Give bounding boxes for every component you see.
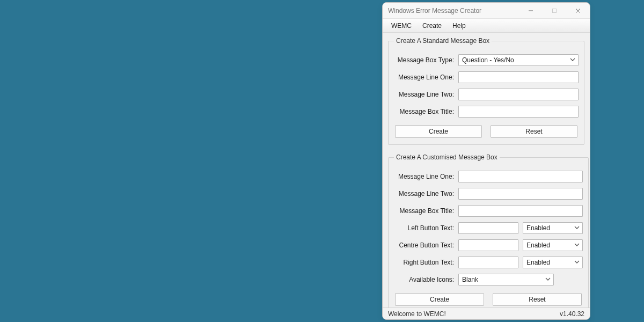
custom-right-state-combo[interactable]: Enabled bbox=[523, 257, 583, 268]
standard-legend: Create A Standard Message Box bbox=[394, 37, 492, 45]
menu-wemc[interactable]: WEMC bbox=[386, 20, 417, 31]
status-welcome: Welcome to WEMC! bbox=[388, 310, 446, 318]
custom-centre-row: Centre Button Text: Enabled bbox=[394, 239, 583, 251]
maximize-icon bbox=[552, 8, 557, 13]
menu-help[interactable]: Help bbox=[447, 20, 471, 31]
custom-centre-label: Centre Button Text: bbox=[394, 241, 458, 249]
custom-centre-state-combo[interactable]: Enabled bbox=[523, 239, 583, 251]
status-version: v1.40.32 bbox=[560, 310, 584, 318]
custom-legend: Create A Customised Message Box bbox=[394, 153, 500, 161]
standard-reset-button[interactable]: Reset bbox=[491, 125, 577, 138]
custom-icons-value: Blank bbox=[462, 276, 478, 283]
chevron-down-icon bbox=[545, 276, 551, 283]
titlebar: Windows Error Message Creator bbox=[383, 3, 590, 19]
custom-line1-input[interactable] bbox=[458, 171, 583, 182]
custom-left-input[interactable] bbox=[458, 222, 518, 234]
menubar: WEMC Create Help bbox=[383, 19, 590, 33]
standard-line2-row: Message Line Two: bbox=[394, 89, 579, 100]
standard-title-input[interactable] bbox=[458, 106, 579, 118]
custom-reset-button[interactable]: Reset bbox=[493, 293, 582, 306]
minimize-icon bbox=[528, 8, 533, 13]
custom-icons-label: Available Icons: bbox=[394, 276, 458, 283]
app-window: Windows Error Message Creator WEMC Creat… bbox=[382, 2, 590, 320]
standard-title-label: Message Box Title: bbox=[394, 108, 458, 115]
svg-rect-1 bbox=[553, 9, 557, 12]
custom-create-button[interactable]: Create bbox=[395, 293, 484, 306]
custom-title-input[interactable] bbox=[458, 205, 583, 217]
custom-icons-row: Available Icons: Blank bbox=[394, 274, 583, 286]
custom-title-row: Message Box Title: bbox=[394, 205, 583, 217]
custom-right-row: Right Button Text: Enabled bbox=[394, 257, 583, 268]
custom-right-state-value: Enabled bbox=[526, 259, 550, 266]
standard-line2-label: Message Line Two: bbox=[394, 91, 458, 98]
custom-group: Create A Customised Message Box Message … bbox=[388, 153, 589, 308]
chevron-down-icon bbox=[570, 56, 575, 64]
chevron-down-icon bbox=[574, 259, 580, 266]
custom-centre-input[interactable] bbox=[458, 239, 518, 251]
standard-line1-label: Message Line One: bbox=[394, 74, 458, 81]
standard-type-combo[interactable]: Question - Yes/No bbox=[458, 54, 579, 66]
custom-button-row: Create Reset bbox=[394, 293, 583, 306]
close-button[interactable] bbox=[566, 3, 590, 19]
standard-title-row: Message Box Title: bbox=[394, 106, 579, 118]
standard-type-value: Question - Yes/No bbox=[462, 56, 514, 64]
custom-line2-row: Message Line Two: bbox=[394, 188, 583, 200]
custom-centre-state-value: Enabled bbox=[526, 241, 550, 249]
custom-right-input[interactable] bbox=[458, 257, 518, 268]
menu-create[interactable]: Create bbox=[417, 20, 447, 31]
chevron-down-icon bbox=[574, 224, 580, 232]
window-title: Windows Error Message Creator bbox=[388, 7, 519, 14]
custom-right-label: Right Button Text: bbox=[394, 259, 458, 266]
standard-line1-input[interactable] bbox=[458, 71, 579, 83]
standard-line2-input[interactable] bbox=[458, 89, 579, 100]
maximize-button bbox=[543, 3, 566, 19]
standard-group: Create A Standard Message Box Message Bo… bbox=[388, 37, 584, 145]
chevron-down-icon bbox=[574, 241, 580, 249]
standard-type-row: Message Box Type: Question - Yes/No bbox=[394, 54, 579, 66]
custom-line2-label: Message Line Two: bbox=[394, 190, 458, 197]
custom-line2-input[interactable] bbox=[458, 188, 583, 200]
standard-button-row: Create Reset bbox=[394, 125, 579, 138]
custom-line1-label: Message Line One: bbox=[394, 173, 458, 180]
close-icon bbox=[575, 8, 581, 13]
standard-create-button[interactable]: Create bbox=[395, 125, 482, 138]
statusbar: Welcome to WEMC! v1.40.32 bbox=[383, 308, 590, 319]
custom-left-row: Left Button Text: Enabled bbox=[394, 222, 583, 234]
minimize-button[interactable] bbox=[519, 3, 543, 19]
custom-title-label: Message Box Title: bbox=[394, 207, 458, 215]
standard-line1-row: Message Line One: bbox=[394, 71, 579, 83]
window-controls bbox=[519, 3, 590, 19]
custom-left-label: Left Button Text: bbox=[394, 224, 458, 232]
custom-line1-row: Message Line One: bbox=[394, 171, 583, 182]
client-area: Create A Standard Message Box Message Bo… bbox=[383, 33, 590, 308]
custom-icons-combo[interactable]: Blank bbox=[458, 274, 554, 286]
custom-left-state-combo[interactable]: Enabled bbox=[523, 222, 583, 234]
standard-type-label: Message Box Type: bbox=[394, 56, 458, 64]
custom-left-state-value: Enabled bbox=[526, 224, 550, 232]
